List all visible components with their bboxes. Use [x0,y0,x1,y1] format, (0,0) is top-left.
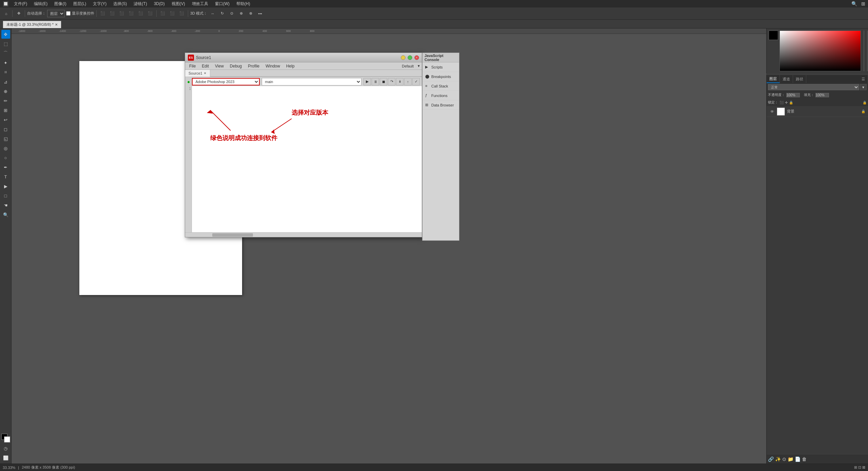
text-tool[interactable]: T [1,172,10,181]
align-top-button[interactable]: ⬛ [127,9,135,18]
close-tab-icon[interactable]: ✕ [55,23,58,26]
est-menu-debug[interactable]: Debug [227,63,244,69]
est-target-select[interactable]: Adobe Photoshop 2023 [192,78,260,85]
hand-tool[interactable]: ☚ [1,201,10,210]
est-horizontal-scrollbar[interactable] [185,232,422,237]
est-tab-close-icon[interactable]: ✕ [204,72,206,75]
layer-visibility-icon[interactable]: 👁 [769,110,775,114]
align-center-h-button[interactable]: ⬛ [108,9,116,18]
menu-select[interactable]: 选择(S) [112,0,128,7]
est-menu-help[interactable]: Help [283,63,297,69]
close-button[interactable]: ✕ [414,55,419,60]
menu-plugins[interactable]: 增效工具 [191,0,210,7]
distribute-right-button[interactable]: ⬛ [178,9,186,18]
est-stop-button[interactable]: ⏹ [380,78,387,85]
screen-mode-button[interactable]: ⬜ [1,453,10,462]
layer-item-background[interactable]: 👁 背景 🔒 [767,106,868,117]
eraser-tool[interactable]: ◻ [1,125,10,134]
menu-help[interactable]: 帮助(H) [235,0,252,7]
distribute-center-h-button[interactable]: ⬛ [168,9,176,18]
align-bottom-button[interactable]: ⬛ [146,9,154,18]
shape-tool[interactable]: □ [1,191,10,200]
data-browser-item[interactable]: ⊞ Data Browser [422,100,459,110]
clone-stamp-tool[interactable]: ⊞ [1,106,10,115]
menu-window[interactable]: 窗口(W) [214,0,231,7]
menu-image[interactable]: 图像(I) [53,0,67,7]
show-transform-checkbox[interactable] [66,11,71,16]
est-code-editor[interactable] [192,86,422,232]
3d-rotate-button[interactable]: ↻ [218,9,226,18]
background-color-swatch[interactable] [4,436,10,443]
link-layers-button[interactable]: 🔗 [768,456,774,462]
est-step-into-button[interactable]: ↡ [396,78,403,85]
3d-pan-button[interactable]: ⊕ [237,9,245,18]
healing-brush-tool[interactable]: ⊕ [1,87,10,96]
distribute-left-button[interactable]: ⬛ [159,9,167,18]
layer-filter-btn[interactable]: ▼ [860,84,867,90]
est-menu-window[interactable]: Window [263,63,283,69]
est-function-select[interactable]: main [262,78,361,85]
est-menu-profile[interactable]: Profile [245,63,262,69]
blur-tool[interactable]: ◎ [1,144,10,153]
est-pause-button[interactable]: ⏸ [372,78,379,85]
scripts-item[interactable]: ▶ Scripts [422,62,459,72]
3d-slide-button[interactable]: ⊗ [246,9,255,18]
menu-3d[interactable]: 3D(D) [153,1,166,7]
est-menu-arrow[interactable]: ▼ [417,64,420,68]
align-center-v-button[interactable]: ⬛ [137,9,145,18]
auto-select-dropdown[interactable]: 图层 组 [47,10,65,17]
foreground-color-picker[interactable] [769,31,778,40]
functions-item[interactable]: ƒ Functions [422,91,459,100]
quick-mask-button[interactable]: ◷ [1,444,10,453]
delete-layer-button[interactable]: 🗑 [802,456,807,462]
layers-menu-icon[interactable]: ☰ [859,75,868,83]
lasso-tool[interactable]: ⌒ [1,49,10,58]
3d-orbit-button[interactable]: ⊙ [228,9,236,18]
est-check-syntax-button[interactable]: ✓ [412,78,420,85]
breakpoints-item[interactable]: ⬤ Breakpoints [422,72,459,81]
add-mask-button[interactable]: ⊙ [782,456,786,462]
document-tab[interactable]: 未标题-1 @ 33.3%(RGB/8) * ✕ [3,21,61,28]
history-brush-tool[interactable]: ↩ [1,115,10,124]
est-source-tab[interactable]: Source1 ✕ [185,70,210,77]
est-step-over-button[interactable]: ↷ [388,78,395,85]
more-button[interactable]: ••• [256,9,264,18]
path-select-tool[interactable]: ▶ [1,182,10,191]
lock-all-icon[interactable]: 🔒 [789,101,793,104]
est-menu-file[interactable]: File [186,63,198,69]
lock-position-icon[interactable]: ✛ [785,101,788,104]
add-style-button[interactable]: ✨ [775,456,781,462]
magic-wand-tool[interactable]: ✦ [1,58,10,67]
align-left-button[interactable]: ⬛ [99,9,107,18]
menu-text[interactable]: 文字(Y) [92,0,108,7]
est-step-out-button[interactable]: ↑ [404,78,412,85]
move-mode-button[interactable]: ✥ [15,9,23,18]
crop-tool[interactable]: ⌗ [1,68,10,77]
menu-file[interactable]: 文件(F) [13,0,28,7]
eyedropper-tool[interactable]: ⊿ [1,77,10,86]
layer-filter-type[interactable]: 正常 [768,84,859,90]
call-stack-item[interactable]: ≡ Call Stack [422,81,459,91]
channels-tab[interactable]: 通道 [780,75,793,83]
est-menu-edit[interactable]: Edit [199,63,212,69]
move-tool[interactable]: ✥ [1,30,10,39]
search-icon[interactable]: 🔍 [851,1,857,6]
minimize-button[interactable]: − [401,55,406,60]
layers-tab[interactable]: 图层 [767,75,780,83]
paths-tab[interactable]: 路径 [793,75,806,83]
lock-pixels-icon[interactable]: ⬛ [780,101,784,104]
align-right-button[interactable]: ⬛ [118,9,126,18]
zoom-tool[interactable]: 🔍 [1,210,10,219]
opacity-color-slider[interactable] [867,31,868,71]
opacity-input[interactable] [786,93,800,97]
menu-edit[interactable]: 编辑(E) [33,0,49,7]
gradient-tool[interactable]: ◱ [1,134,10,143]
new-group-button[interactable]: 📁 [788,456,793,462]
maximize-button[interactable]: □ [408,55,412,60]
color-gradient-picker[interactable] [780,31,861,71]
dodge-tool[interactable]: ○ [1,153,10,162]
new-layer-button[interactable]: 📄 [795,456,801,462]
est-run-button[interactable]: ▶ [363,78,371,85]
fill-input[interactable] [815,93,829,97]
arrange-icon[interactable]: ⊞ [861,1,865,6]
